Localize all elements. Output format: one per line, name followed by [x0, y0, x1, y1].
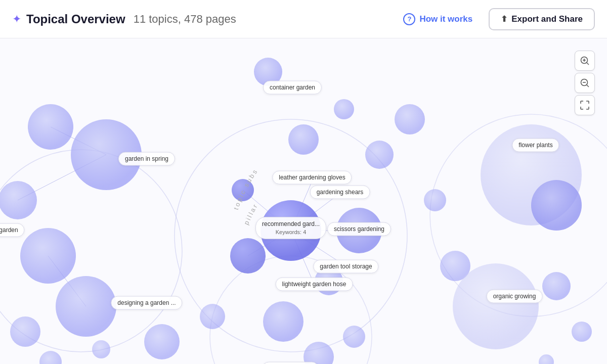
page-subtitle: 11 topics, 478 pages	[134, 13, 236, 26]
header-left: ✦ Topical Overview 11 topics, 478 pages	[12, 12, 393, 26]
svg-point-15	[28, 104, 73, 150]
label-what-causes: what causes s...	[262, 362, 319, 364]
zoom-in-icon	[580, 56, 589, 65]
export-share-label: Export and Share	[511, 14, 583, 24]
svg-text:topic subs: topic subs	[232, 167, 259, 211]
export-icon: ⬆	[501, 14, 507, 24]
svg-point-29	[230, 238, 266, 274]
label-garden-left: garden	[0, 223, 25, 237]
svg-line-50	[587, 63, 589, 65]
svg-point-34	[343, 326, 365, 348]
fit-icon	[580, 101, 589, 110]
svg-point-22	[144, 324, 180, 359]
svg-point-41	[453, 263, 539, 349]
zoom-out-button[interactable]	[575, 73, 595, 93]
topic-overview-canvas[interactable]: topic subs pillar container garden garde…	[0, 38, 607, 364]
label-lightweight-garden-hose: lightweight garden hose	[276, 278, 353, 291]
svg-point-27	[232, 179, 254, 201]
svg-line-53	[587, 85, 589, 87]
zoom-out-icon	[580, 78, 589, 87]
label-designing-garden: designing a garden ...	[111, 296, 182, 310]
how-it-works-label: How it works	[419, 14, 472, 24]
svg-point-19	[10, 316, 40, 347]
fit-screen-button[interactable]	[575, 95, 595, 115]
svg-point-35	[395, 104, 425, 134]
header-actions: ? How it works ⬆ Export and Share	[393, 8, 595, 30]
header: ✦ Topical Overview 11 topics, 478 pages …	[0, 0, 607, 38]
svg-point-0	[0, 150, 182, 352]
svg-point-16	[0, 181, 37, 219]
svg-point-26	[334, 99, 354, 119]
page-title: Topical Overview	[26, 12, 125, 26]
svg-point-17	[20, 228, 76, 284]
label-organic-growing: organic growing	[487, 290, 543, 303]
svg-point-40	[531, 180, 582, 231]
svg-point-36	[365, 141, 394, 169]
how-it-works-button[interactable]: ? How it works	[393, 8, 483, 30]
question-icon: ?	[403, 13, 415, 25]
label-garden-in-spring: garden in spring	[118, 152, 175, 166]
svg-point-37	[424, 189, 446, 211]
zoom-in-button[interactable]	[575, 51, 595, 71]
svg-line-6	[48, 256, 86, 306]
export-share-button[interactable]: ⬆ Export and Share	[489, 8, 595, 30]
svg-point-32	[263, 301, 304, 342]
svg-point-43	[572, 322, 592, 342]
svg-point-21	[92, 340, 110, 358]
svg-point-18	[56, 276, 116, 337]
svg-point-20	[39, 351, 62, 364]
svg-point-38	[440, 251, 470, 281]
svg-point-42	[542, 272, 571, 300]
label-gardening-shears: gardening shears	[310, 186, 370, 199]
zoom-controls	[575, 51, 595, 115]
label-leather-gloves: leather gardening gloves	[272, 171, 352, 185]
label-scissors-gardening: scissors gardening	[327, 222, 391, 236]
label-garden-tool-storage: garden tool storage	[313, 260, 378, 274]
svg-point-44	[539, 354, 554, 364]
svg-point-33	[304, 342, 334, 364]
sparkle-icon: ✦	[12, 13, 21, 26]
svg-line-4	[51, 127, 106, 155]
svg-point-25	[288, 124, 319, 155]
svg-point-23	[200, 304, 225, 329]
label-flower-plants: flower plants	[512, 139, 559, 152]
svg-line-5	[18, 155, 106, 200]
label-container-garden: container garden	[263, 81, 322, 95]
label-recommended-gard: recommended gard... Keywords: 4	[255, 217, 326, 239]
